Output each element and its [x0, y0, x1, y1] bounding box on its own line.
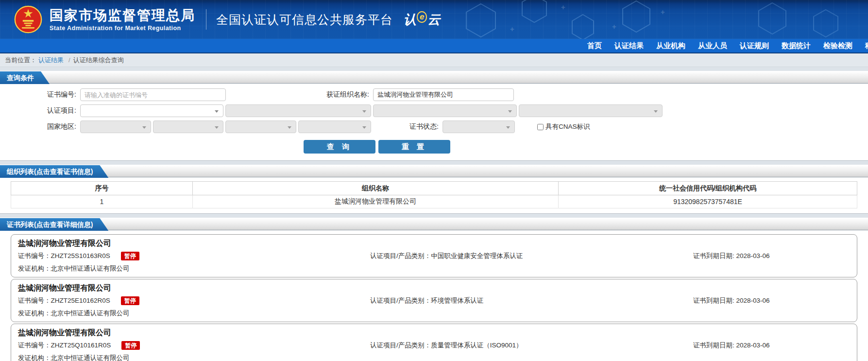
project-select-4[interactable] [519, 104, 663, 117]
region-select-2[interactable] [153, 120, 223, 133]
cert-no-input[interactable] [80, 88, 226, 101]
project-group: 认证项目/产品类别：环境管理体系认证 [370, 296, 693, 305]
org-row-seq: 1 [11, 195, 193, 208]
cert-card-1[interactable]: 盐城润河物业管理有限公司 证书编号：ZHZT25S10163R0S 暂停 认证项… [11, 234, 857, 277]
org-table-header-row: 序号 组织名称 统一社会信用代码/组织机构代码 [11, 182, 857, 195]
project-value: 中国职业健康安全管理体系认证 [431, 252, 523, 259]
nav-item-personnel[interactable]: 从业人员 [692, 39, 733, 52]
expiry-value: 2028-03-06 [736, 342, 770, 349]
issuer-label: 发证机构： [18, 265, 51, 272]
cert-no-label: 证书编号： [18, 297, 51, 304]
expiry-value: 2028-03-06 [736, 252, 770, 259]
cnas-checkbox[interactable] [537, 124, 544, 130]
nav-item-institutions[interactable]: 从业机构 [650, 39, 692, 52]
cert-no-label: 证书编号： [18, 252, 51, 259]
project-value: 质量管理体系认证（ISO9001） [431, 342, 522, 349]
query-section-tab: 查询条件 [0, 71, 50, 84]
chevron-down-icon [506, 126, 510, 131]
nav-item-cert-results[interactable]: 认证结果 [608, 39, 650, 52]
brand-area: 国家市场监督管理总局 State Administration for Mark… [0, 0, 868, 39]
issuer-row: 发证机构：北京中恒证通认证有限公司 [11, 307, 857, 320]
project-label: 认证项目/产品类别： [370, 297, 431, 304]
chevron-down-icon [142, 126, 146, 131]
org-section-tab: 组织列表(点击查看证书信息) [0, 165, 108, 178]
cert-card-org-name: 盐城润河物业管理有限公司 [11, 327, 857, 339]
expiry-label: 证书到期日期: [693, 342, 736, 349]
org-name-input[interactable] [373, 88, 514, 101]
cert-card-detail-row: 证书编号：ZHZT25E10162R0S 暂停 认证项目/产品类别：环境管理体系… [11, 294, 857, 307]
breadcrumb-prefix: 当前位置： [5, 56, 36, 64]
issuer-row: 发证机构：北京中恒证通认证有限公司 [11, 262, 857, 275]
issuer-label: 发证机构： [18, 354, 51, 361]
project-label: 认证项目/产品类别： [370, 252, 431, 259]
expiry-group: 证书到期日期: 2028-03-06 [693, 341, 857, 350]
org-row-name: 盐城润河物业管理有限公司 [193, 195, 559, 208]
national-emblem-icon [14, 5, 43, 34]
status-badge: 暂停 [121, 341, 140, 350]
cert-card-org-name: 盐城润河物业管理有限公司 [11, 237, 857, 250]
org-col-seq: 序号 [11, 182, 193, 195]
cert-no-group: 证书编号：ZHZT25E10162R0S 暂停 [11, 296, 370, 305]
query-section: 证书编号: 获证组织名称: 认证项目: 国家地区: 证书状态: [0, 84, 868, 161]
form-row-2: 认证项目: [0, 104, 868, 117]
cert-card-org-name: 盐城润河物业管理有限公司 [11, 282, 857, 294]
expiry-label: 证书到期日期: [693, 252, 736, 259]
main-nav: 首页 认证结果 从业机构 从业人员 认证规则 数据统计 检验检测 科 [0, 39, 868, 53]
nav-item-partial[interactable]: 科 [859, 39, 868, 52]
nav-item-rules[interactable]: 认证规则 [733, 39, 775, 52]
reset-button[interactable]: 重 置 [378, 140, 450, 154]
expiry-value: 2028-03-06 [736, 297, 770, 304]
platform-title: 全国认证认可信息公共服务平台 [216, 12, 393, 28]
cert-card-detail-row: 证书编号：ZHZT25S10163R0S 暂停 认证项目/产品类别：中国职业健康… [11, 250, 857, 262]
project-group: 认证项目/产品类别：中国职业健康安全管理体系认证 [370, 252, 693, 260]
region-select-1[interactable] [80, 120, 151, 133]
cnas-label: 具有CNAS标识 [545, 122, 590, 131]
search-button[interactable]: 查 询 [304, 140, 375, 154]
status-badge: 暂停 [121, 296, 139, 305]
nav-item-statistics[interactable]: 数据统计 [775, 39, 817, 52]
region-select-4[interactable] [298, 120, 371, 133]
cert-no-value: ZHZT25E10162R0S [51, 297, 110, 304]
cert-section-tab: 证书列表(点击查看详细信息) [0, 218, 108, 231]
org-col-name: 组织名称 [193, 182, 559, 195]
form-row-1: 证书编号: 获证组织名称: [0, 88, 868, 101]
nav-item-home[interactable]: 首页 [581, 39, 608, 52]
region-select-3[interactable] [225, 120, 296, 133]
org-table: 序号 组织名称 统一社会信用代码/组织机构代码 1 盐城润河物业管理有限公司 9… [11, 181, 857, 208]
project-label: 认证项目/产品类别： [370, 342, 431, 349]
button-row: 查 询 重 置 [304, 140, 868, 154]
chevron-down-icon [654, 110, 658, 115]
status-select[interactable] [443, 120, 515, 133]
cert-card-2[interactable]: 盐城润河物业管理有限公司 证书编号：ZHZT25E10162R0S 暂停 认证项… [11, 279, 857, 322]
project-select-1[interactable] [80, 104, 223, 117]
form-row-3: 国家地区: 证书状态: 具有CNAS标识 [0, 120, 868, 133]
query-section-tabbar: 查询条件 [0, 71, 868, 84]
breadcrumb-link-cert-results[interactable]: 认证结果 [38, 56, 64, 64]
cert-no-value: ZHZT25S10163R0S [51, 252, 110, 259]
issuer-row: 发证机构：北京中恒证通认证有限公司 [11, 352, 857, 361]
project-group: 认证项目/产品类别：质量管理体系认证（ISO9001） [370, 341, 693, 350]
agency-title-block: 国家市场监督管理总局 State Administration for Mark… [50, 8, 195, 32]
chevron-down-icon [362, 126, 366, 131]
org-row-code: 91320982573757481E [559, 195, 857, 208]
cert-section: 盐城润河物业管理有限公司 证书编号：ZHZT25S10163R0S 暂停 认证项… [0, 230, 868, 361]
project-select-2[interactable] [225, 104, 371, 117]
issuer-value: 北京中恒证通认证有限公司 [51, 309, 130, 317]
cert-card-detail-row: 证书编号：ZHZT25Q10161R0S 暂停 认证项目/产品类别：质量管理体系… [11, 339, 857, 352]
cert-section-tabbar: 证书列表(点击查看详细信息) [0, 218, 868, 230]
status-badge: 暂停 [121, 252, 139, 260]
cert-card-3[interactable]: 盐城润河物业管理有限公司 证书编号：ZHZT25Q10161R0S 暂停 认证项… [11, 324, 857, 361]
project-select-3[interactable] [373, 104, 517, 117]
org-table-row[interactable]: 1 盐城润河物业管理有限公司 91320982573757481E [11, 195, 857, 208]
org-name-label: 获证组织名称: [226, 90, 373, 99]
chevron-down-icon [288, 126, 291, 131]
agency-name-cn: 国家市场监督管理总局 [50, 8, 195, 23]
title-divider [206, 9, 206, 30]
cert-no-label: 证书编号: [0, 90, 80, 99]
breadcrumb-separator: / [68, 56, 70, 64]
org-section: 序号 组织名称 统一社会信用代码/组织机构代码 1 盐城润河物业管理有限公司 9… [0, 177, 868, 214]
page-root: ++++ 国家市场监督管理总局 State Administration for [0, 0, 868, 361]
nav-item-inspection[interactable]: 检验检测 [817, 39, 859, 52]
breadcrumb-current: 认证结果综合查询 [73, 56, 124, 64]
chevron-down-icon [215, 126, 219, 131]
